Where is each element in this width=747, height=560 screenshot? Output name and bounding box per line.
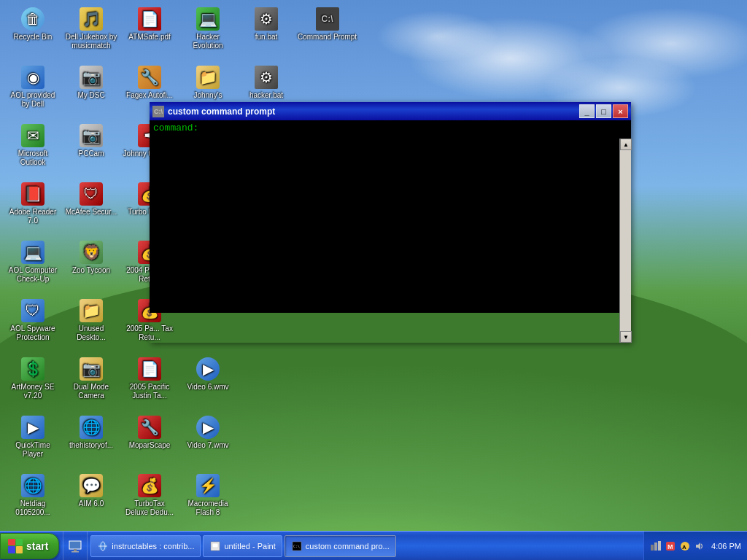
tray-aim-icon[interactable]: A (679, 540, 691, 552)
desktop-icon-zoo[interactable]: 🦁 Zoo Tycoon (62, 237, 120, 295)
cmd-window-body[interactable]: command: (150, 120, 631, 313)
desktop-icon-video7[interactable]: ▶ Video 7.wmv (179, 412, 237, 470)
netdiag-label: Netdiag 0105200... (6, 499, 60, 517)
desktop-icon-netdiag[interactable]: 🌐 Netdiag 0105200... (4, 470, 62, 529)
ql-show-desktop[interactable] (66, 537, 84, 555)
desktop-icon-dual-mode[interactable]: 📷 Dual Mode Camera (62, 354, 120, 412)
desktop-icon-turbodedu[interactable]: 💰 TurboTax Deluxe Dedu... (120, 470, 179, 529)
dual-mode-icon: 📷 (80, 357, 103, 381)
desktop-icon-adobe[interactable]: 📕 Adobe Reader 7.0 (4, 179, 62, 237)
desktop-icon-video6[interactable]: ▶ Video 6.wmv (179, 354, 237, 412)
aol-label: AOL provided by Dell (6, 91, 60, 109)
justin-label: 2005 Pacific Justin Ta... (123, 383, 177, 400)
johnnys-label: Johnny's (193, 91, 222, 100)
tray-network-icon[interactable] (650, 540, 662, 552)
funbat-label: fun.bat (255, 33, 278, 42)
svg-rect-2 (71, 551, 79, 553)
taskbar-item-instructables[interactable]: instructables : contrib... (90, 535, 201, 557)
svg-text:A: A (682, 544, 686, 551)
taskbar-paint-label: untitled - Paint (224, 542, 275, 551)
taskbar-item-paint[interactable]: untitled - Paint (203, 535, 282, 557)
artmoney-label: ArtMoney SE v7.20 (6, 383, 60, 400)
start-label: start (26, 540, 48, 552)
flash-label: Macromedia Flash 8 (181, 499, 235, 517)
desktop-icon-funbat[interactable]: ⚙ fun.bat (237, 4, 295, 62)
desktop-icon-aim[interactable]: 💬 AIM 6.0 (62, 470, 120, 529)
hackerbat-icon: ⚙ (255, 66, 278, 89)
desktop-icon-dell-jukebox[interactable]: 🎵 Dell Jukebox by musicmatch (62, 4, 120, 62)
tray-antivirus-icon[interactable]: M (665, 540, 676, 552)
desktop-icon-qt[interactable]: ▶ QuickTime Player (4, 412, 62, 470)
desktop-icon-command-prompt[interactable]: C:\ Command Prompt (295, 4, 359, 45)
desktop-icon-artmoney[interactable]: 💲 ArtMoney SE v7.20 (4, 354, 62, 412)
atmsafe-icon: 📄 (138, 7, 161, 31)
start-button[interactable]: start (0, 533, 59, 559)
command-prompt-icon: C:\ (316, 7, 339, 31)
desktop-icon-hacker-evolution[interactable]: 💻 Hacker Evolution (179, 4, 237, 62)
dell-jukebox-icon: 🎵 (80, 7, 103, 31)
turbodedu-icon: 💰 (138, 474, 161, 497)
svg-marker-17 (696, 542, 700, 550)
history-label: thehistoryof... (69, 441, 113, 450)
cmd-scrollbar[interactable]: ▲ ▼ (619, 139, 631, 343)
scrollbar-down-button[interactable]: ▼ (620, 331, 632, 343)
mydsc-label: My DSC (77, 91, 104, 100)
video7-icon: ▶ (196, 416, 220, 439)
ie-taskbar-icon (97, 540, 109, 552)
tray-volume-icon[interactable] (694, 540, 705, 552)
svg-rect-0 (69, 541, 81, 549)
desktop-icon-flash[interactable]: ⚡ Macromedia Flash 8 (179, 470, 237, 529)
desktop-icon-justin[interactable]: 📄 2005 Pacific Justin Ta... (120, 354, 179, 412)
unused-icon: 📁 (80, 299, 103, 322)
fagex-icon: 🔧 (138, 66, 161, 89)
svg-rect-1 (74, 549, 77, 551)
desktop-icon-mopar[interactable]: 🔧 MoparScape (120, 412, 179, 470)
qt-icon: ▶ (21, 416, 44, 439)
outlook-icon: ✉ (21, 124, 44, 147)
cmd-window-icon: C:\ (152, 106, 164, 117)
cmd-maximize-button[interactable]: □ (596, 104, 611, 118)
tray-icons-group: M A (650, 540, 705, 552)
scrollbar-up-button[interactable]: ▲ (620, 139, 632, 150)
zoo-label: Zoo Tycoon (72, 266, 110, 275)
desktop-icon-mcafee[interactable]: 🛡 McAfee Secur... (62, 179, 120, 237)
logo-yellow (16, 546, 23, 553)
desktop-icon-aolcheck[interactable]: 💻 AOL Computer Check-Up (4, 237, 62, 295)
netdiag-icon: 🌐 (21, 474, 44, 497)
adobe-icon: 📕 (21, 182, 44, 206)
mcafee-label: McAfee Secur... (66, 208, 117, 217)
desktop-icon-atmsafe[interactable]: 📄 ATMSafe.pdf (120, 4, 179, 62)
adobe-label: Adobe Reader 7.0 (6, 208, 60, 225)
desktop-icon-aolspy[interactable]: 🛡 AOL Spyware Protection (4, 295, 62, 354)
desktop-icon-mydsc[interactable]: 📷 My DSC (62, 62, 120, 120)
desktop-icon-aol[interactable]: ◉ AOL provided by Dell (4, 62, 62, 120)
svg-rect-11 (654, 542, 657, 551)
desktop-icon-history[interactable]: 🌐 thehistoryof... (62, 412, 120, 470)
turbodedu-label: TurboTax Deluxe Dedu... (123, 499, 177, 517)
cmd-titlebar[interactable]: C:\ custom command prompt _ □ × (150, 102, 631, 120)
taskbar: start instructables : contrib... untitle… (0, 531, 747, 560)
pccam-label: PCCam (78, 149, 104, 158)
scrollbar-track[interactable] (620, 150, 631, 331)
aolcheck-icon: 💻 (21, 241, 44, 264)
svg-rect-10 (651, 545, 654, 551)
mydsc-icon: 📷 (80, 66, 103, 89)
cmd-window: C:\ custom command prompt _ □ × command:… (150, 102, 631, 343)
aol-icon: ◉ (21, 66, 44, 89)
cmd-taskbar-icon: C:\ (291, 540, 303, 552)
logo-red (8, 539, 15, 546)
cmd-close-button[interactable]: × (613, 104, 628, 118)
desktop-icon-outlook[interactable]: ✉ Microsoft Outlook (4, 120, 62, 179)
desktop-icon-unused[interactable]: 📁 Unused Deskto... (62, 295, 120, 354)
taskbar-item-cmd[interactable]: C:\ custom command pro... (285, 535, 396, 557)
video6-label: Video 6.wmv (187, 383, 228, 392)
unused-label: Unused Deskto... (64, 324, 118, 342)
desktop-icon-pccam[interactable]: 📷 PCCam (62, 120, 120, 179)
cmd-minimize-button[interactable]: _ (579, 104, 595, 118)
desktop-icon-recycle-bin[interactable]: 🗑 Recycle Bin (4, 4, 62, 62)
video7-label: Video 7.wmv (187, 441, 228, 450)
cmd-window-title: custom command prompt (168, 106, 579, 117)
artmoney-icon: 💲 (21, 357, 44, 381)
zoo-icon: 🦁 (80, 241, 103, 264)
cmd-content-line: command: (153, 122, 198, 133)
